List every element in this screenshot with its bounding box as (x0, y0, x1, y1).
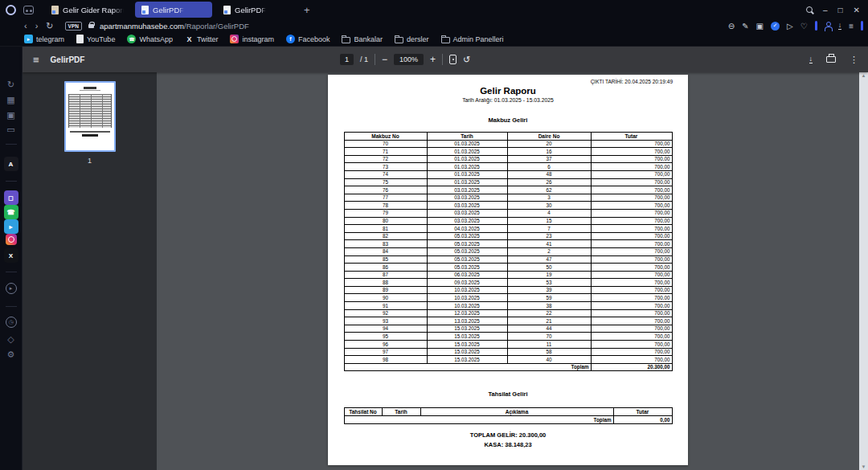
player-icon[interactable]: ▭ (4, 122, 18, 137)
snapshot-camera-icon[interactable]: ▣ (756, 22, 764, 31)
bookmark-heart-icon[interactable]: ♡ (800, 22, 808, 31)
bookmark-label: Admin Panelleri (453, 35, 504, 43)
divider (6, 306, 17, 307)
reading-list-icon[interactable]: ≡ (849, 22, 854, 31)
bookmark-item[interactable]: fFacebook (286, 35, 330, 43)
send-to-device-icon[interactable]: ▷ (787, 22, 793, 31)
url-domain: apartmanmuhasebe.com (100, 22, 184, 31)
maximize-button[interactable]: □ (838, 6, 843, 14)
bookmark-label: WhatsApp (139, 35, 173, 43)
column-header: Tutar (591, 133, 672, 141)
opera-logo-icon[interactable] (6, 5, 16, 15)
tab-strip: Gelir Gider Raporu - AparGelirPDFGelirPD… (45, 0, 294, 19)
panel-indicator (861, 21, 863, 31)
edit-icon[interactable]: ✎ (742, 22, 748, 31)
search-icon[interactable] (806, 6, 813, 13)
zoom-page-icon[interactable]: ⊖ (728, 22, 735, 31)
close-button[interactable]: ✕ (854, 6, 860, 14)
bookmark-item[interactable]: ☎WhatsApp (127, 35, 173, 43)
rotate-icon[interactable]: ↺ (463, 55, 470, 65)
messenger-icon[interactable]: ◻ (4, 190, 18, 205)
panel-indicator (815, 21, 817, 31)
table-row: 9515.03.202570700,00 (344, 333, 672, 341)
easy-setup-icon[interactable]: ↻ (4, 77, 18, 92)
folder-icon (441, 37, 450, 43)
downloads-icon[interactable]: ↓ (838, 22, 842, 31)
minimize-button[interactable]: – (823, 6, 828, 14)
thumbnail-content (84, 87, 96, 89)
scroll-up-icon[interactable]: ▲ (862, 73, 866, 78)
bookmark-item[interactable]: Bankalar (342, 35, 383, 43)
bookmark-item[interactable]: dersler (395, 35, 429, 43)
tahsilat-table: Tahsilat NoTarihAçıklamaTutarToplam0,00 (344, 407, 673, 423)
bookmark-label: YouTube (87, 35, 115, 43)
snapshot-icon[interactable]: ▣ (4, 108, 18, 122)
folder-icon (342, 37, 350, 43)
scroll-down-icon[interactable]: ▼ (862, 464, 866, 469)
bookmark-item[interactable]: YouTube (76, 35, 115, 43)
folder-icon (395, 37, 403, 43)
bookmark-item[interactable]: ▸telegram (24, 35, 64, 43)
table-row: 8003.03.202515700,00 (344, 217, 672, 225)
tab-bar: Gelir Gider Raporu - AparGelirPDFGelirPD… (0, 0, 868, 19)
new-tab-button[interactable]: + (301, 4, 313, 16)
aria-icon[interactable]: A (4, 157, 18, 171)
briefcase-icon[interactable]: ▦ (4, 92, 18, 107)
whatsapp-icon[interactable]: ☎ (4, 205, 18, 219)
table-row: 8605.03.202550700,00 (344, 264, 672, 272)
bookmark-label: instagram (242, 35, 274, 43)
divider (6, 181, 17, 182)
column-header: Makbuz No (344, 133, 427, 141)
viewer-scrollbar[interactable]: ▲ ▼ (859, 72, 868, 470)
table-row: 7603.03.202562700,00 (344, 186, 672, 194)
more-options-icon[interactable]: ⋮ (850, 55, 858, 65)
zoom-out-button[interactable]: − (382, 54, 387, 65)
column-header: Tarih (382, 408, 420, 416)
pdf-menu-icon[interactable]: ≡ (33, 54, 39, 66)
instagram-icon (230, 35, 239, 43)
browser-tab[interactable]: Gelir Gider Raporu - Apar (45, 2, 130, 18)
browser-tab[interactable]: GelirPDF (135, 2, 212, 18)
page-thumbnail[interactable] (64, 81, 116, 152)
table-row: 8505.03.202547700,00 (344, 255, 672, 264)
tahsilat-section-title: Tahsilat Geliri (328, 390, 688, 398)
bookmark-item[interactable]: instagram (230, 35, 274, 43)
divider (6, 144, 17, 145)
browser-tab[interactable]: GelirPDF (217, 2, 294, 18)
vpn-badge[interactable]: VPN (65, 22, 82, 31)
lock-icon[interactable] (88, 24, 94, 28)
table-row: 9415.03.202544700,00 (344, 325, 672, 333)
instagram-icon[interactable] (6, 234, 17, 245)
forward-button[interactable]: › (35, 22, 39, 31)
table-row: 7001.03.202520700,00 (344, 140, 672, 148)
fit-page-icon[interactable] (449, 55, 457, 64)
download-icon[interactable]: ↓ (809, 55, 813, 64)
telegram-icon[interactable]: ▸ (4, 219, 18, 234)
reload-button[interactable]: ↻ (46, 22, 53, 31)
zoom-in-button[interactable]: + (430, 54, 436, 65)
x-icon[interactable]: X (4, 248, 18, 263)
settings-icon[interactable]: ⚙ (4, 347, 18, 362)
play-icon[interactable]: ▸ (6, 283, 17, 294)
table-row: 9815.03.202540700,00 (344, 356, 672, 364)
extensions-icon[interactable]: ◇ (4, 332, 18, 346)
back-button[interactable]: ‹ (24, 22, 27, 31)
table-row: 8305.03.202541700,00 (344, 240, 672, 248)
bookmark-item[interactable]: Admin Panelleri (441, 35, 504, 43)
bookmark-item[interactable]: XTwitter (185, 35, 219, 43)
page-number-input[interactable]: 1 (340, 54, 354, 65)
column-header: Daire No (507, 133, 591, 141)
url-field[interactable]: apartmanmuhasebe.com/Raporlar/GelirPDF (100, 22, 249, 31)
history-icon[interactable]: ◷ (6, 317, 17, 328)
column-header: Tahsilat No (344, 408, 382, 416)
table-row: 7903.03.20254700,00 (344, 209, 672, 217)
profile-icon[interactable] (825, 24, 831, 31)
print-icon[interactable] (826, 56, 836, 63)
workspace-icon[interactable] (23, 6, 34, 14)
table-row: 8405.03.20252700,00 (344, 247, 672, 255)
report-date-range: Tarih Aralığı: 01.03.2025 - 15.03.2025 (328, 97, 688, 103)
vpn-shield-icon[interactable]: ✓ (771, 22, 780, 31)
facebook-icon: f (286, 35, 295, 43)
divider (442, 54, 443, 65)
zoom-level[interactable]: 100% (394, 54, 424, 65)
